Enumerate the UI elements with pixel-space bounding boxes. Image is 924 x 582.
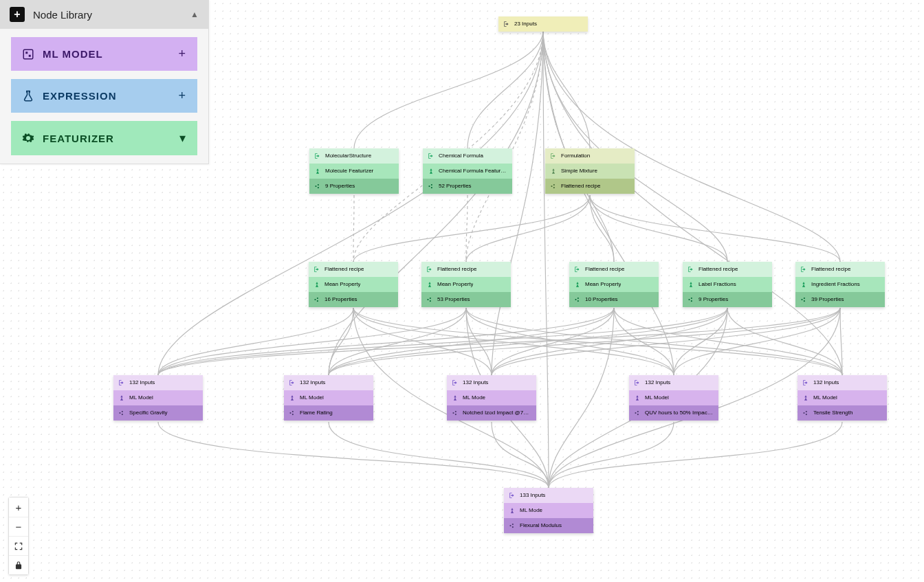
input-icon	[452, 379, 459, 386]
node-ingredient-fractions[interactable]: Flattened recipe Ingredient Fractions 39…	[795, 262, 885, 307]
node-formulation-featurizer[interactable]: Formulation Simple Mixture Flattened rec…	[545, 148, 635, 194]
input-icon	[800, 266, 807, 273]
dots-icon	[509, 522, 516, 529]
svg-point-5	[431, 187, 432, 188]
svg-point-6	[551, 186, 552, 187]
row-output: 52 Properties	[423, 179, 512, 194]
lock-button[interactable]	[9, 555, 28, 574]
dots-icon	[314, 183, 321, 190]
dots-icon	[289, 410, 296, 416]
input-icon	[574, 266, 581, 273]
zoom-in-button[interactable]: +	[9, 497, 28, 517]
row-output: 9 Properties	[309, 179, 399, 194]
dots-icon	[574, 296, 581, 303]
svg-point-24	[119, 412, 120, 414]
label: EXPRESSION	[43, 90, 117, 102]
fit-icon	[14, 541, 23, 551]
svg-point-40	[512, 524, 514, 525]
fork-icon	[428, 168, 434, 175]
fork-icon	[550, 168, 557, 175]
fork-icon	[800, 281, 807, 288]
gear-icon	[22, 132, 34, 144]
node-ml-quv-hours[interactable]: 132 Inputs ML Model QUV hours to 50% Imp…	[629, 375, 718, 421]
node-mean-property-b[interactable]: Flattened recipe Mean Property 53 Proper…	[421, 262, 511, 307]
panel-item-featurizer[interactable]: FEATURIZER ▾	[11, 121, 197, 155]
input-icon	[289, 379, 296, 386]
svg-point-13	[430, 298, 431, 299]
svg-point-25	[122, 411, 123, 412]
dots-icon	[802, 410, 809, 416]
dots-icon	[688, 296, 694, 303]
svg-rect-43	[25, 52, 28, 54]
svg-point-14	[430, 300, 431, 302]
fork-icon	[574, 281, 581, 288]
node-ml-flexural-modulus[interactable]: 133 Inputs ML Mode Flexural Modulus	[504, 488, 593, 533]
svg-rect-42	[23, 49, 33, 59]
row-type: Simple Mixture	[545, 164, 635, 179]
row-input: Chemical Formula	[423, 148, 512, 164]
dots-icon	[426, 296, 433, 303]
input-icon	[503, 21, 510, 27]
node-ml-flame-rating[interactable]: 132 Inputs ML Model Flame Rating	[284, 375, 373, 421]
svg-point-7	[553, 184, 555, 186]
node-molecule-featurizer[interactable]: MolecularStructure Molecule Featurizer 9…	[309, 148, 399, 194]
panel-title: Node Library	[33, 9, 92, 21]
dots-icon	[118, 410, 125, 416]
svg-point-23	[804, 300, 805, 302]
node-chemical-formula-featurizer[interactable]: Chemical Formula Chemical Formula Featur…	[423, 148, 512, 194]
input-icon	[802, 379, 809, 386]
fork-icon	[314, 281, 320, 288]
node-ml-tensile-strength[interactable]: 132 Inputs ML Model Tensile Strength	[798, 375, 887, 421]
node-ml-specific-gravity[interactable]: 132 Inputs ML Model Specific Gravity	[113, 375, 203, 421]
zoom-fit-button[interactable]	[9, 536, 28, 555]
panel-header[interactable]: + Node Library ▲	[0, 0, 208, 29]
svg-point-20	[691, 300, 692, 302]
fork-icon	[289, 394, 296, 401]
label: 23 Inputs	[514, 21, 537, 27]
node-mean-property-c[interactable]: Flattened recipe Mean Property 10 Proper…	[569, 262, 659, 307]
zoom-out-button[interactable]: −	[9, 517, 28, 536]
row-type: Molecule Featurizer	[309, 164, 399, 179]
svg-point-10	[317, 298, 318, 299]
fork-icon	[509, 507, 516, 514]
ml-model-icon	[22, 48, 34, 60]
plus-icon: +	[178, 89, 186, 103]
input-icon	[426, 266, 433, 273]
fork-icon	[314, 168, 321, 175]
svg-point-2	[318, 187, 319, 188]
svg-point-22	[804, 298, 805, 299]
input-icon	[118, 379, 125, 386]
svg-point-34	[637, 411, 639, 412]
panel-item-ml-model[interactable]: ML MODEL +	[11, 37, 197, 71]
svg-point-31	[455, 411, 456, 412]
input-icon	[509, 492, 516, 499]
input-icon	[314, 266, 320, 273]
svg-point-15	[575, 299, 576, 300]
plus-icon: +	[178, 47, 186, 61]
svg-point-41	[512, 526, 514, 528]
fork-icon	[802, 394, 809, 401]
row-input: MolecularStructure	[309, 148, 399, 164]
fork-icon	[634, 394, 641, 401]
svg-point-37	[806, 411, 807, 412]
svg-point-28	[292, 411, 294, 412]
svg-point-17	[578, 300, 579, 302]
row-output: Flattened recipe	[545, 179, 635, 194]
svg-point-4	[431, 184, 432, 186]
fork-icon	[452, 394, 459, 401]
svg-point-29	[292, 414, 294, 415]
node-mean-property-a[interactable]: Flattened recipe Mean Property 16 Proper…	[309, 262, 398, 307]
svg-point-39	[509, 525, 511, 526]
dots-icon	[800, 296, 807, 303]
node-root-inputs[interactable]: 23 Inputs	[498, 16, 588, 32]
svg-point-33	[635, 412, 636, 414]
dots-icon	[452, 410, 459, 416]
flask-icon	[22, 90, 34, 102]
node-ml-notched-izod[interactable]: 132 Inputs ML Mode Notched Izod Impact @…	[447, 375, 536, 421]
node-label-fractions[interactable]: Flattened recipe Label Fractions 9 Prope…	[683, 262, 772, 307]
panel-item-expression[interactable]: EXPRESSION +	[11, 79, 197, 113]
svg-point-36	[803, 412, 804, 414]
plus-icon: +	[10, 7, 25, 22]
svg-point-18	[688, 299, 690, 300]
svg-point-0	[315, 186, 316, 187]
